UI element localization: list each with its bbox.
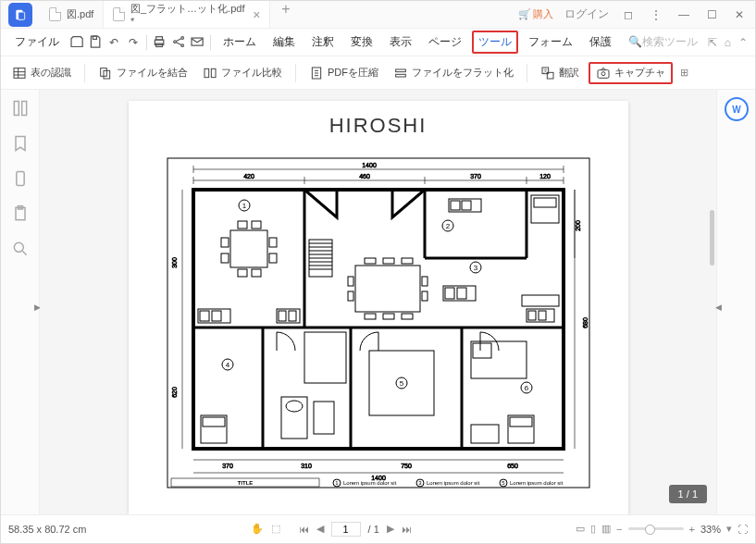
svg-text:3: 3	[473, 264, 477, 272]
tab-2[interactable]: 図_フラット…ット化.pdf * ×	[104, 1, 270, 28]
document-viewer[interactable]: HIROSHI 1400 420 460 370 120	[40, 90, 716, 514]
expand-right-icon[interactable]: ◀	[715, 303, 722, 312]
menu-page[interactable]: ページ	[422, 31, 468, 54]
fullscreen-icon[interactable]: ⛶	[737, 524, 748, 535]
more-icon[interactable]: ⋮	[648, 8, 664, 21]
hand-tool-icon[interactable]: ✋	[251, 523, 264, 535]
zoom-in-icon[interactable]: +	[689, 524, 695, 535]
svg-rect-117	[471, 425, 499, 443]
minimize-button[interactable]: —	[675, 8, 692, 21]
zoom-dropdown-icon[interactable]: ▾	[726, 523, 732, 535]
add-tab-button[interactable]: +	[270, 1, 301, 28]
menu-view[interactable]: 表示	[383, 31, 418, 54]
menubar-right: ⇱ ⌂ ⌃	[708, 36, 748, 49]
svg-rect-16	[396, 69, 406, 72]
svg-rect-109	[528, 311, 536, 320]
tool-table-recognition[interactable]: 表の認識	[6, 62, 77, 84]
redo-icon[interactable]: ↷	[126, 32, 141, 53]
first-page-icon[interactable]: ⏮	[299, 524, 309, 535]
menu-file[interactable]: ファイル	[8, 31, 66, 54]
tool-combine-files[interactable]: ファイルを結合	[93, 62, 193, 84]
svg-rect-116	[510, 417, 532, 427]
tab-label: 図_フラット…ット化.pdf *	[130, 2, 247, 27]
svg-text:370: 370	[222, 463, 233, 469]
close-button[interactable]: ✕	[731, 8, 748, 21]
svg-text:300: 300	[171, 257, 178, 268]
menu-search-tools[interactable]: 🔍検索ツール	[622, 31, 704, 54]
chevron-up-icon[interactable]: ⌃	[738, 36, 748, 49]
tool-capture[interactable]: キャプチャ	[589, 62, 673, 84]
layout-icon[interactable]: ▥	[601, 523, 611, 535]
svg-text:750: 750	[401, 463, 412, 469]
thumbnails-icon[interactable]	[11, 99, 30, 117]
maximize-button[interactable]: ☐	[703, 8, 720, 21]
svg-text:1: 1	[242, 202, 246, 210]
menu-home[interactable]: ホーム	[217, 31, 263, 54]
word-export-icon[interactable]: W	[725, 97, 749, 121]
zoom-slider[interactable]	[628, 527, 684, 530]
login-link[interactable]: ログイン	[564, 6, 609, 22]
undo-icon[interactable]: ↶	[106, 32, 121, 53]
print-icon[interactable]	[152, 32, 167, 53]
svg-rect-23	[14, 102, 19, 116]
svg-rect-14	[211, 68, 216, 77]
document-title: HIROSHI	[129, 114, 628, 138]
svg-rect-13	[204, 68, 209, 77]
svg-rect-76	[269, 238, 277, 247]
svg-rect-69	[281, 397, 307, 439]
menubar: ファイル ↶ ↷ ホーム 編集 注釈 変換 表示 ページ ツール フォーム 保護…	[1, 29, 755, 56]
svg-point-7	[180, 37, 183, 40]
svg-rect-25	[16, 172, 23, 186]
mail-icon[interactable]	[190, 32, 204, 53]
tab-label: 図.pdf	[67, 7, 93, 21]
attachment-icon[interactable]	[11, 169, 30, 188]
tool-compare-files[interactable]: ファイル比較	[197, 62, 288, 84]
external-icon[interactable]: ⇱	[708, 36, 717, 49]
svg-rect-86	[279, 311, 286, 321]
svg-point-22	[601, 71, 605, 75]
menu-form[interactable]: フォーム	[522, 31, 579, 54]
page-number-input[interactable]	[331, 522, 361, 537]
svg-rect-90	[462, 201, 471, 210]
clipboard-icon[interactable]	[11, 204, 30, 223]
svg-point-70	[286, 401, 303, 412]
svg-rect-101	[348, 291, 353, 301]
tool-more-apps-icon[interactable]: ⊞	[676, 67, 692, 79]
tool-translate[interactable]: 文 翻訳	[535, 62, 585, 84]
svg-text:Lorem ipsum dolor sit: Lorem ipsum dolor sit	[510, 480, 564, 486]
fit-width-icon[interactable]: ▭	[576, 523, 585, 535]
svg-rect-97	[365, 314, 376, 319]
fit-page-icon[interactable]: ▯	[590, 523, 596, 535]
svg-text:4: 4	[225, 361, 229, 369]
menu-protect[interactable]: 保護	[583, 31, 618, 54]
menu-convert[interactable]: 変換	[344, 31, 379, 54]
zoom-out-icon[interactable]: −	[616, 524, 622, 535]
next-page-icon[interactable]: ▶	[387, 523, 394, 535]
menu-annotate[interactable]: 注釈	[305, 31, 341, 54]
buy-link[interactable]: 🛒購入	[518, 7, 553, 21]
open-icon[interactable]	[69, 32, 84, 53]
home-icon[interactable]: ⌂	[725, 36, 731, 49]
svg-rect-84	[212, 311, 221, 321]
notification-icon[interactable]: ◻	[620, 8, 637, 21]
bookmark-icon[interactable]	[11, 134, 30, 153]
save-icon[interactable]	[88, 32, 103, 53]
menu-edit[interactable]: 編集	[266, 31, 302, 54]
right-panel: W ◀	[716, 90, 755, 514]
svg-rect-115	[508, 415, 534, 443]
tool-compress-pdf[interactable]: PDFを圧縮	[304, 62, 384, 84]
share-icon[interactable]	[171, 32, 186, 53]
svg-text:680: 680	[582, 317, 589, 328]
status-center: ✋ ⬚ ⏮ ◀ / 1 ▶ ⏭	[86, 522, 576, 537]
last-page-icon[interactable]: ⏭	[402, 524, 412, 535]
floorplan-drawing: 1400 420 460 370 120	[156, 147, 601, 499]
select-tool-icon[interactable]: ⬚	[271, 523, 280, 535]
menu-tools[interactable]: ツール	[472, 31, 518, 54]
tab-1[interactable]: 図.pdf	[40, 1, 104, 28]
tool-flatten-file[interactable]: ファイルをフラット化	[388, 62, 519, 84]
page-indicator-badge: 1 / 1	[669, 485, 707, 503]
prev-page-icon[interactable]: ◀	[316, 523, 324, 535]
svg-rect-112	[203, 417, 225, 427]
search-icon[interactable]	[11, 240, 30, 258]
close-icon[interactable]: ×	[253, 7, 260, 22]
